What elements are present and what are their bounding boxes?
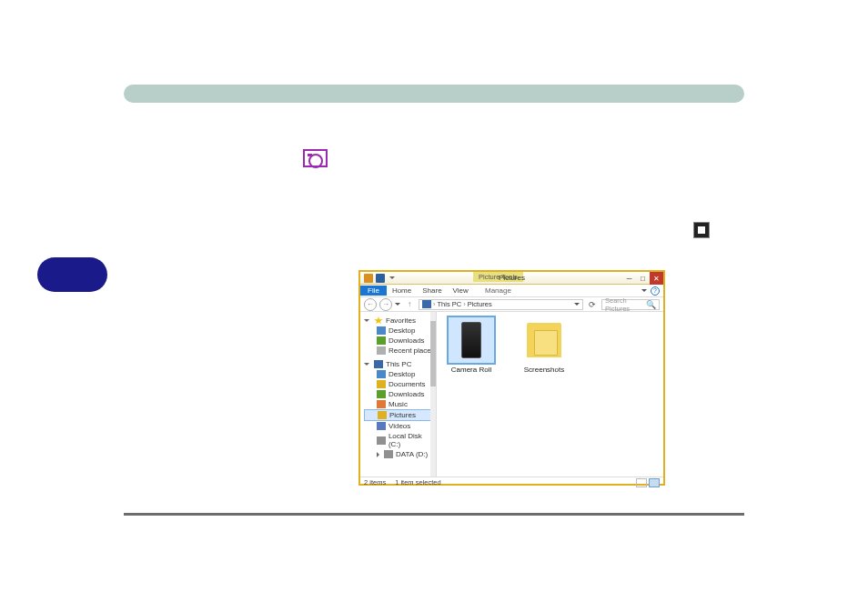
address-bar-row: ← → ↑ › This PC › Pictures ⟳ Search Pict… <box>360 297 663 312</box>
file-explorer-window: Picture Tools Pictures ─ □ ✕ File Home S… <box>358 270 665 486</box>
status-selection: 1 item selected <box>395 478 440 487</box>
sidebar-item-label: Documents <box>389 380 425 388</box>
view-switcher <box>636 478 660 487</box>
window-title: Pictures <box>499 274 525 282</box>
tab-view[interactable]: View <box>448 286 474 295</box>
sidebar-item-label: Desktop <box>389 370 415 378</box>
sidebar-group-favorites[interactable]: Favorites <box>364 316 436 326</box>
folder-label: Screenshots <box>519 366 570 374</box>
sidebar-item-desktop[interactable]: Desktop <box>364 326 436 336</box>
nav-history-icon[interactable] <box>395 303 400 306</box>
sidebar-item-downloads[interactable]: Downloads <box>364 336 436 346</box>
sidebar-label-favorites: Favorites <box>386 316 416 325</box>
tab-share[interactable]: Share <box>417 286 447 295</box>
pc-icon <box>374 360 383 368</box>
search-icon: 🔍 <box>646 300 656 309</box>
pill-badge <box>37 257 107 292</box>
properties-icon[interactable] <box>376 274 385 283</box>
folder-label: Camera Roll <box>446 366 497 374</box>
sidebar-item-music[interactable]: Music <box>364 399 436 409</box>
ribbon-collapse-icon[interactable] <box>641 289 647 292</box>
videos-icon <box>377 422 386 430</box>
window-controls: ─ □ ✕ <box>622 272 663 285</box>
desktop-icon <box>377 370 386 378</box>
sidebar-item-desktop2[interactable]: Desktop <box>364 369 436 379</box>
sidebar-item-label: DATA (D:) <box>396 450 428 458</box>
drive-icon <box>377 436 386 445</box>
sidebar-item-documents[interactable]: Documents <box>364 379 436 389</box>
sidebar-item-label: Local Disk (C:) <box>389 432 436 448</box>
search-placeholder: Search Pictures <box>605 296 646 313</box>
sidebar-item-videos[interactable]: Videos <box>364 421 436 431</box>
sidebar-scrollbar[interactable] <box>430 312 436 477</box>
folder-screenshots[interactable]: Screenshots <box>519 317 570 374</box>
navigation-pane: Favorites Desktop Downloads Recent place… <box>360 312 437 477</box>
drive-icon <box>384 450 393 458</box>
close-button[interactable]: ✕ <box>650 272 663 285</box>
sidebar-item-label: Desktop <box>389 326 415 335</box>
folder-icon <box>377 380 386 388</box>
breadcrumb-pictures[interactable]: Pictures <box>468 300 492 308</box>
downloads-icon <box>377 390 386 398</box>
sidebar-label-thispc: This PC <box>386 360 411 368</box>
chevron-right-icon: › <box>463 300 466 308</box>
breadcrumb-thispc[interactable]: This PC <box>438 300 462 308</box>
camera-app-icon <box>303 149 328 167</box>
nav-back-button[interactable]: ← <box>364 298 377 311</box>
tab-manage[interactable]: Manage <box>479 286 517 295</box>
pictures-icon <box>378 411 387 419</box>
tab-home[interactable]: Home <box>387 286 417 295</box>
scrollbar-thumb[interactable] <box>430 321 436 386</box>
minimize-button[interactable]: ─ <box>622 272 636 285</box>
desktop-icon <box>377 326 386 335</box>
sidebar-item-label: Pictures <box>389 411 416 419</box>
sidebar-item-label: Videos <box>389 422 410 430</box>
quick-access-toolbar <box>360 274 395 283</box>
sidebar-item-datad[interactable]: DATA (D:) <box>364 449 436 459</box>
stop-record-icon <box>693 222 710 238</box>
folder-camera-roll[interactable]: Camera Roll <box>446 317 497 374</box>
ribbon-tabs: File Home Share View Manage ? <box>360 285 663 297</box>
view-details-button[interactable] <box>636 478 647 487</box>
search-input[interactable]: Search Pictures 🔍 <box>601 299 660 310</box>
sidebar-item-downloads2[interactable]: Downloads <box>364 389 436 399</box>
bottom-separator <box>124 513 744 516</box>
nav-up-button[interactable]: ↑ <box>403 298 416 311</box>
status-item-count: 2 items <box>364 478 386 487</box>
pc-small-icon <box>422 300 431 308</box>
top-separator-bar <box>124 85 744 103</box>
sidebar-item-localc[interactable]: Local Disk (C:) <box>364 431 436 449</box>
content-pane[interactable]: Camera Roll Screenshots <box>437 312 663 477</box>
sidebar-item-label: Downloads <box>389 390 425 398</box>
titlebar: Picture Tools Pictures ─ □ ✕ <box>360 272 663 285</box>
qat-dropdown-icon[interactable] <box>389 276 395 279</box>
refresh-button[interactable]: ⟳ <box>586 300 599 309</box>
maximize-button[interactable]: □ <box>636 272 650 285</box>
chevron-right-icon: › <box>433 300 436 308</box>
sidebar-item-recent[interactable]: Recent places <box>364 346 436 356</box>
screenshots-thumbnail <box>521 317 567 363</box>
sidebar-item-label: Recent places <box>389 346 435 355</box>
folder-icon <box>364 274 373 283</box>
status-bar: 2 items 1 item selected <box>360 477 663 487</box>
sidebar-item-pictures[interactable]: Pictures <box>364 409 436 421</box>
sidebar-item-label: Downloads <box>389 336 425 345</box>
camera-roll-thumbnail <box>449 317 494 363</box>
sidebar-item-label: Music <box>389 400 408 408</box>
nav-forward-button[interactable]: → <box>379 298 392 311</box>
caret-down-icon <box>364 363 369 366</box>
star-icon <box>374 316 383 325</box>
downloads-icon <box>377 336 386 345</box>
view-icons-button[interactable] <box>649 478 660 487</box>
tab-file[interactable]: File <box>360 286 387 296</box>
caret-right-icon <box>377 452 379 457</box>
music-icon <box>377 400 386 408</box>
sidebar-group-thispc[interactable]: This PC <box>364 359 436 369</box>
recent-icon <box>377 346 386 355</box>
caret-down-icon <box>364 319 369 322</box>
address-dropdown-icon[interactable] <box>574 303 580 306</box>
address-path[interactable]: › This PC › Pictures <box>419 299 583 310</box>
help-icon[interactable]: ? <box>651 286 660 296</box>
